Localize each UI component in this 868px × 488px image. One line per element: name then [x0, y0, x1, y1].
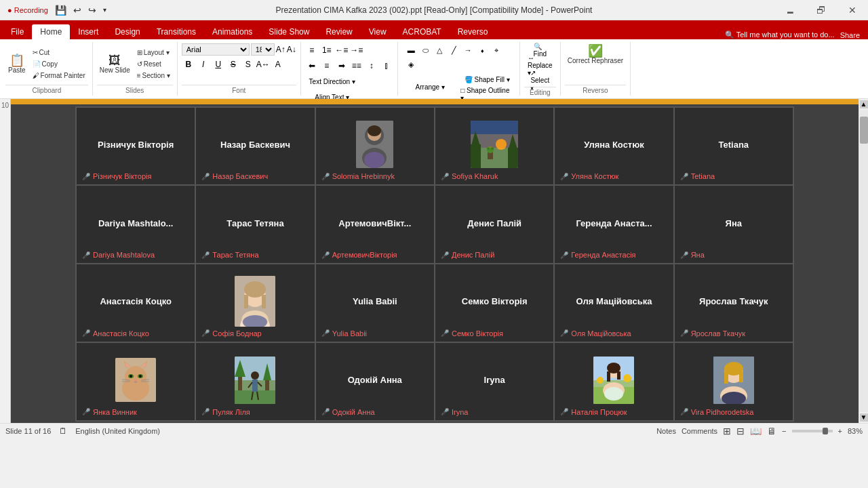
participant-name: Анастасія Коцко [100, 296, 171, 306]
shapes-row3-btn[interactable]: ◈ [404, 58, 418, 71]
slide-panel-indicator: 10 [1, 102, 9, 109]
slides-buttons: 🖼 New Slide ⊞ Layout ▾ ↺ Reset ≡ Section… [97, 43, 173, 85]
participant-card: Анастасія Коцко 🎤 Анастасія Коцко [76, 264, 195, 342]
app-title: Prezentation CIMA Kafka 2023 (002).ppt [… [276, 0, 593, 20]
share-btn[interactable]: Share [840, 31, 860, 39]
italic-btn[interactable]: I [197, 58, 210, 71]
align-left-btn[interactable]: ⬅ [305, 59, 319, 73]
notes-btn[interactable]: Notes [656, 427, 676, 435]
tab-insert[interactable]: Insert [70, 24, 106, 39]
paste-icon: 📋 [9, 54, 24, 66]
correct-rephraser-btn[interactable]: ✅ Correct Rephraser [565, 43, 626, 66]
view-reading-btn[interactable]: 📖 [750, 426, 762, 436]
tab-view[interactable]: View [361, 24, 395, 39]
mic-icon: 🎤 [441, 329, 449, 337]
scroll-thumb[interactable] [860, 117, 868, 144]
comments-btn[interactable]: Comments [682, 427, 717, 435]
zoom-out-btn[interactable]: − [782, 427, 786, 435]
group-clipboard: 📋 Paste ✂ Cut 📄 Copy 🖌 Format Painter [1, 42, 93, 96]
tab-animations[interactable]: Animations [204, 24, 260, 39]
cut-btn[interactable]: ✂ Cut [30, 47, 88, 58]
zoom-thumb[interactable] [823, 428, 828, 434]
view-presenter-btn[interactable]: 🖥 [767, 426, 776, 436]
slide-canvas[interactable]: Різничук Вікторія 🎤 Різничук Вікторія На… [11, 99, 859, 423]
redo-btn[interactable]: ↪ [86, 3, 98, 17]
char-spacing-btn[interactable]: A↔ [256, 58, 270, 71]
participant-sub: 🎤 Назар Баскевич [201, 172, 268, 180]
underline-btn[interactable]: U [212, 58, 225, 71]
maximize-btn[interactable]: 🗗 [806, 0, 837, 20]
view-slide-sorter-btn[interactable]: ⊟ [736, 426, 745, 436]
zoom-in-btn[interactable]: + [838, 427, 842, 435]
participant-sub: 🎤 Dariya Mashtalova [82, 251, 155, 259]
shape-fill-btn[interactable]: 🪣 Shape Fill ▾ [460, 73, 514, 86]
participant-photo [235, 357, 275, 404]
copy-btn[interactable]: 📄 Copy [30, 59, 88, 69]
line-spacing-btn[interactable]: ↕ [365, 59, 378, 73]
paste-btn[interactable]: 📋 Paste [5, 53, 28, 75]
participant-sub-name: Tetiana [691, 172, 715, 180]
scroll-down-btn[interactable]: ▼ [860, 413, 868, 422]
tab-acrobat[interactable]: ACROBAT [395, 24, 450, 39]
minimize-btn[interactable]: 🗕 [774, 0, 806, 20]
columns-btn[interactable]: ⫿ [380, 59, 393, 73]
participant-card: Ярослав Ткачук 🎤 Ярослав Ткачук [674, 264, 793, 342]
participant-sub-name: Пуляк Ліля [212, 408, 250, 416]
reset-btn[interactable]: ↺ Reset [134, 59, 173, 69]
zoom-slider[interactable] [792, 430, 833, 432]
align-center-btn[interactable]: ≡ [320, 59, 334, 73]
tab-transitions[interactable]: Transitions [149, 24, 204, 39]
arrange-btn[interactable]: Arrange ▾ [403, 80, 457, 94]
tab-reverso[interactable]: Reverso [450, 24, 496, 39]
layout-btn[interactable]: ⊞ Layout ▾ [134, 47, 173, 58]
select-btn[interactable]: ↗ Select ▾ [533, 73, 547, 87]
participant-sub-name: Софія Боднар [212, 329, 261, 338]
font-size-select[interactable]: 18 [251, 43, 275, 56]
shape-arrow-btn[interactable]: → [461, 43, 475, 57]
shape-rect-btn[interactable]: ▬ [404, 43, 418, 57]
tab-home[interactable]: Home [32, 24, 70, 39]
tell-me-input[interactable]: 🔍 Tell me what you want to do... [725, 30, 835, 39]
close-btn[interactable]: ✕ [837, 0, 868, 20]
new-slide-btn[interactable]: 🖼 New Slide [97, 53, 133, 75]
increase-font-btn[interactable]: A↑ [276, 45, 285, 54]
font-name-select[interactable]: Arial [182, 43, 250, 56]
mic-icon: 🎤 [82, 329, 90, 337]
participant-card: 🎤 Янка Винник [76, 342, 195, 421]
participant-sub: 🎤 Tetiana [680, 172, 715, 180]
format-painter-btn[interactable]: 🖌 Format Painter [30, 70, 88, 81]
align-right-btn[interactable]: ➡ [335, 59, 349, 73]
tab-slideshow[interactable]: Slide Show [260, 24, 317, 39]
undo-btn[interactable]: ↩ [71, 3, 83, 17]
participant-name: Тарас Тетяна [226, 218, 283, 228]
text-direction-btn[interactable]: Text Direction ▾ [305, 75, 359, 88]
increase-indent-btn[interactable]: →≡ [350, 43, 363, 57]
shape-line-btn[interactable]: ╱ [447, 43, 460, 57]
participant-card: Геренда Анаста... 🎤 Геренда Анастасія [554, 185, 673, 264]
view-normal-btn[interactable]: ⊞ [723, 426, 731, 436]
shapes-more-btn[interactable]: ⬧ [475, 43, 489, 57]
justify-btn[interactable]: ≡≡ [350, 59, 363, 73]
participant-sub: 🎤 Vira Pidhorodetska [680, 408, 754, 416]
save-btn[interactable]: 💾 [53, 3, 68, 17]
right-scrollbar[interactable]: ▲ ▼ [859, 99, 868, 423]
font-color-btn[interactable]: A [271, 58, 285, 71]
tab-design[interactable]: Design [106, 24, 148, 39]
ribbon-content: 📋 Paste ✂ Cut 📄 Copy 🖌 Format Painter [0, 39, 868, 99]
decrease-indent-btn[interactable]: ←≡ [335, 43, 349, 57]
tab-file[interactable]: File [3, 24, 32, 39]
shapes-row2-btn[interactable]: ⌖ [490, 43, 503, 57]
shadow-btn[interactable]: S [241, 58, 255, 71]
bullets-btn[interactable]: ≡ [305, 43, 319, 57]
scroll-up-btn[interactable]: ▲ [860, 100, 868, 108]
tab-review[interactable]: Review [317, 24, 360, 39]
numbering-btn[interactable]: 1≡ [320, 43, 334, 57]
shape-triangle-btn[interactable]: △ [433, 43, 446, 57]
bold-btn[interactable]: B [182, 58, 195, 71]
svg-point-61 [623, 374, 631, 382]
customize-btn[interactable]: ▾ [101, 5, 108, 15]
decrease-font-btn[interactable]: A↓ [287, 45, 296, 54]
section-btn[interactable]: ≡ Section ▾ [134, 70, 173, 81]
strikethrough-btn[interactable]: S [226, 58, 240, 71]
shape-oval-btn[interactable]: ⬭ [418, 43, 432, 57]
